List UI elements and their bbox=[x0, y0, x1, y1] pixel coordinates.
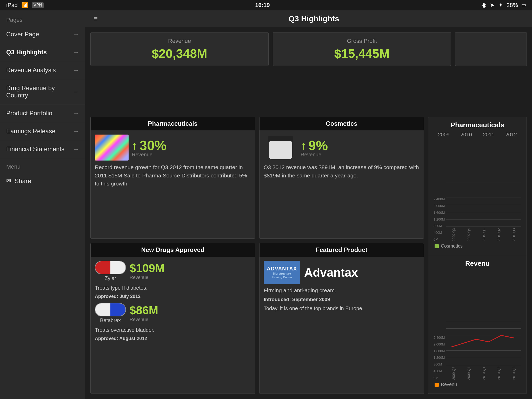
cosmetics-metric-label: Revenue bbox=[301, 152, 328, 158]
kpi-revenue: Revenue $20,348M bbox=[90, 32, 269, 66]
kpi-revenue-value: $20,348M bbox=[152, 46, 207, 61]
sidebar-item-earnings-release[interactable]: Earnings Release → bbox=[0, 122, 85, 140]
pharma-metric-row: ↑ 30% Revenue bbox=[95, 135, 251, 161]
page-title: Q3 Highlights bbox=[104, 14, 524, 23]
pharma-metric-label: Revenue bbox=[132, 152, 167, 158]
sidebar: Pages Cover Page → Q3 Highlights → Reven… bbox=[0, 10, 85, 399]
drugs-card-body: Zylar $109M Revenue Treats type II diabe… bbox=[91, 257, 255, 394]
year-2012: 2012 bbox=[506, 132, 517, 138]
chart-2-bars-wrapper: 2009-Q3 2009-Q4 2010-Q1 2010-Q2 2010-Q3 bbox=[446, 321, 521, 380]
sidebar-item-q3-highlights[interactable]: Q3 Highlights → bbox=[0, 43, 85, 61]
sidebar-item-financial-statements[interactable]: Financial Statements → bbox=[0, 140, 85, 158]
pharma-chart-section-2: Revenu 2,400M 2,000M 1,600M 1,200M 800M … bbox=[428, 255, 527, 394]
product-portfolio-arrow: → bbox=[73, 110, 79, 117]
cover-page-arrow: → bbox=[73, 31, 79, 38]
status-right: ◉ ➤ ✦ 28% bbox=[481, 2, 526, 9]
x-labels-2: 2009-Q3 2009-Q4 2010-Q1 2010-Q2 2010-Q3 bbox=[446, 366, 521, 380]
cosmetics-card-body: ↑ 9% Revenue Q3 2012 revenue was $891M, … bbox=[260, 130, 424, 238]
zylar-revenue-col: $109M Revenue bbox=[130, 262, 165, 280]
earnings-release-label: Earnings Release bbox=[6, 128, 55, 135]
featured-top-row: ADVANTAX BiorstructureFirming Cream Adva… bbox=[264, 261, 420, 284]
main-header: ≡ Q3 Highlights bbox=[85, 10, 532, 27]
betabrex-revenue-label: Revenue bbox=[130, 317, 148, 322]
battery-icon bbox=[522, 4, 526, 6]
featured-product-name: Advantax bbox=[304, 265, 358, 280]
advantax-brand-label: ADVANTAX bbox=[267, 266, 297, 272]
pharma-arrow-up-icon: ↑ bbox=[132, 139, 137, 152]
cosmetics-arrow-up-icon: ↑ bbox=[301, 139, 306, 152]
chart-year-row: 2009 2010 2011 2012 bbox=[433, 132, 522, 138]
pages-section-label: Pages bbox=[0, 10, 85, 25]
zylar-revenue-value: $109M bbox=[130, 262, 165, 275]
menu-section-label: Menu bbox=[0, 158, 85, 172]
sidebar-item-drug-revenue[interactable]: Drug Revenue by Country → bbox=[0, 79, 85, 104]
orange-legend-dot bbox=[435, 383, 439, 387]
kpi-gross-profit: Gross Profit $15,445M bbox=[273, 32, 451, 66]
advantax-product-image: ADVANTAX BiorstructureFirming Cream bbox=[264, 261, 300, 284]
bar-groups-2 bbox=[446, 321, 521, 365]
share-label: Share bbox=[15, 177, 31, 185]
zylar-pill-image bbox=[95, 261, 126, 274]
bar-groups-1 bbox=[446, 183, 521, 227]
betabrex-image-col: Betabrex bbox=[95, 303, 126, 323]
kpi-revenue-label: Revenue bbox=[168, 38, 191, 44]
advantax-product-sublabel: BiorstructureFirming Cream bbox=[272, 272, 292, 279]
zylar-revenue-label: Revenue bbox=[130, 275, 148, 280]
pharma-metric-col: ↑ 30% Revenue bbox=[132, 138, 167, 158]
bluetooth-icon: ✦ bbox=[498, 2, 503, 9]
y-axis-labels-1: 2,400M 2,000M 1,600M 1,200M 800M 400M 0M bbox=[434, 197, 445, 241]
status-bar: iPad 📶 VPN 16:19 ◉ ➤ ✦ 28% bbox=[0, 0, 532, 10]
featured-description: Today, it is one of the top brands in Eu… bbox=[264, 304, 420, 312]
year-2009: 2009 bbox=[438, 132, 450, 138]
betabrex-revenue-col: $86M Revenue bbox=[130, 304, 158, 322]
drug-item-zylar: Zylar $109M Revenue bbox=[95, 261, 251, 281]
content-grid: Revenue $20,348M Gross Profit $15,445M P… bbox=[85, 27, 532, 399]
featured-card-body: ADVANTAX BiorstructureFirming Cream Adva… bbox=[260, 257, 424, 394]
betabrex-name: Betabrex bbox=[100, 317, 121, 323]
orange-legend-label: Revenu bbox=[441, 382, 457, 387]
featured-product-card: Featured Product ADVANTAX BiorstructureF… bbox=[259, 243, 424, 394]
pharma-description: Record revenue growth for Q3 2012 from t… bbox=[95, 163, 251, 188]
y-label: 0M bbox=[434, 237, 445, 241]
financial-statements-arrow: → bbox=[73, 145, 79, 153]
drug-revenue-label: Drug Revenue by Country bbox=[6, 84, 73, 99]
pharma-pills-image bbox=[95, 135, 129, 161]
earnings-release-arrow: → bbox=[73, 128, 79, 135]
cosmetics-jar-image bbox=[264, 135, 297, 161]
cosmetics-metric-row: ↑ 9% Revenue bbox=[264, 135, 420, 161]
y-axis-labels-2: 2,400M 2,000M 1,600M 1,200M 800M 400M 0M bbox=[434, 336, 445, 380]
drugs-card-header: New Drugs Approved bbox=[91, 243, 255, 257]
revenue-analysis-arrow: → bbox=[73, 66, 79, 74]
share-button[interactable]: ✉ Share bbox=[0, 172, 85, 190]
drug-item-betabrex: Betabrex $86M Revenue bbox=[95, 303, 251, 323]
q3-highlights-label: Q3 Highlights bbox=[6, 49, 47, 56]
year-2010: 2010 bbox=[461, 132, 472, 138]
sidebar-item-cover-page[interactable]: Cover Page → bbox=[0, 25, 85, 43]
betabrex-approved: Approved: August 2012 bbox=[95, 336, 251, 341]
sidebar-item-revenue-analysis[interactable]: Revenue Analysis → bbox=[0, 61, 85, 79]
status-left: iPad 📶 VPN bbox=[6, 2, 44, 9]
y-label: 1,600M bbox=[434, 211, 445, 215]
betabrex-revenue-value: $86M bbox=[130, 304, 158, 317]
hamburger-menu-icon[interactable]: ≡ bbox=[94, 15, 98, 23]
product-portfolio-label: Product Portfolio bbox=[6, 110, 52, 117]
cosmetics-percent: 9% bbox=[308, 138, 328, 153]
x-labels-1: 2009-Q3 2009-Q4 2010-Q1 2010-Q2 2010-Q3 bbox=[446, 228, 521, 241]
cosmetics-card: Cosmetics ↑ 9% Revenue bbox=[259, 117, 424, 239]
new-drugs-card: New Drugs Approved Zylar $109M Revenue T… bbox=[90, 243, 255, 394]
kpi-row: Revenue $20,348M Gross Profit $15,445M bbox=[90, 32, 527, 66]
financial-statements-label: Financial Statements bbox=[6, 145, 64, 153]
q3-highlights-arrow: → bbox=[73, 49, 79, 56]
jar-body bbox=[269, 141, 292, 159]
pharma-card-header: Pharmaceuticals bbox=[91, 117, 255, 130]
time-display: 16:19 bbox=[255, 2, 270, 9]
cosmetics-description: Q3 2012 revenue was $891M, an increase o… bbox=[264, 163, 420, 179]
sidebar-item-product-portfolio[interactable]: Product Portfolio → bbox=[0, 104, 85, 122]
wifi-icon: 📶 bbox=[21, 2, 28, 9]
x-label-1: 2009-Q3 bbox=[452, 228, 456, 241]
chart-legend-2: Revenu bbox=[433, 380, 522, 389]
battery-label: 28% bbox=[507, 2, 518, 9]
y-label: 800M bbox=[434, 224, 445, 228]
chart-legend-1: Cosmetics bbox=[433, 241, 522, 251]
chart-2-bars bbox=[446, 321, 521, 365]
